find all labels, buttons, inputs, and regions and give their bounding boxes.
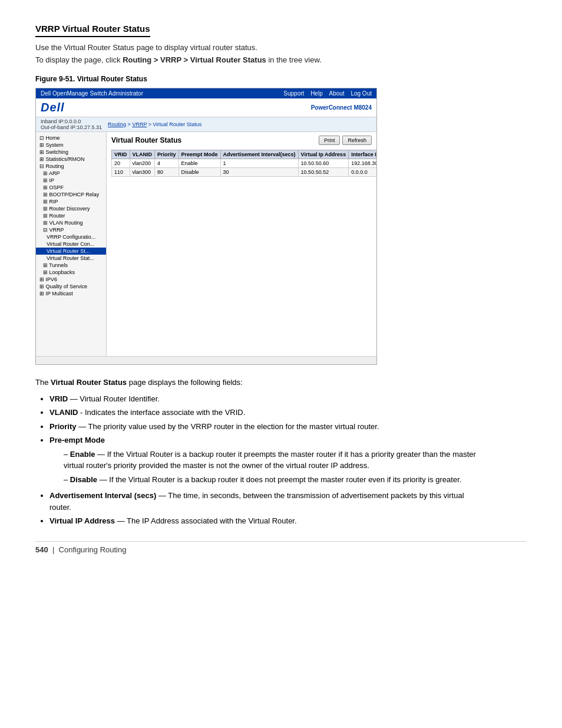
sidebar-item-vlan-routing[interactable]: ⊞ VLAN Routing: [36, 219, 106, 226]
logout-link[interactable]: Log Out: [351, 90, 372, 97]
preempt-disable: Disable — If the Virtual Router is a bac…: [64, 474, 483, 486]
table-cell-0-6: 192.168.30.15: [349, 159, 376, 168]
col-preempt: Preempt Mode: [178, 150, 220, 159]
sidebar-item-virtual-router-st[interactable]: Virtual Router St...: [36, 248, 106, 255]
col-vrid: VRID: [112, 150, 130, 159]
top-bar: Dell OpenManage Switch Administrator Sup…: [36, 88, 376, 98]
field-adv-interval: Advertisement Interval (secs) — The time…: [49, 490, 483, 513]
content-panel: Virtual Router Status Print Refresh VRID…: [107, 132, 376, 356]
help-link[interactable]: Help: [310, 90, 323, 97]
vrrp-table: VRID VLANID Priority Preempt Mode Advert…: [111, 150, 376, 177]
page-number: 540: [35, 545, 48, 554]
table-header-row: VRID VLANID Priority Preempt Mode Advert…: [112, 150, 377, 159]
table-cell-1-0: 110: [112, 168, 130, 177]
table-body: 20vlan2004Enable110.50.50.60192.168.30.1…: [112, 159, 377, 177]
sidebar-item-loopbacks[interactable]: ⊞ Loopbacks: [36, 269, 106, 276]
inband-ip: Inband IP:0.0.0.0: [41, 118, 102, 124]
table-row: 20vlan2004Enable110.50.50.60192.168.30.1…: [112, 159, 377, 168]
sidebar-item-virtual-router-stat[interactable]: Virtual Router Stat...: [36, 255, 106, 262]
main-area: ⊡ Home ⊞ System ⊞ Switching ⊞ Statistics…: [36, 132, 376, 356]
preempt-enable: Enable — If the Virtual Router is a back…: [64, 449, 483, 472]
sidebar-item-tunnels[interactable]: ⊞ Tunnels: [36, 262, 106, 269]
body-intro: The Virtual Router Status page displays …: [35, 377, 483, 388]
sidebar-item-vrrp-config[interactable]: VRRP Configuratio...: [36, 233, 106, 241]
table-cell-0-4: 1: [220, 159, 298, 168]
field-virtual-ip: Virtual IP Address — The IP Address asso…: [49, 515, 483, 527]
logo-bar: Dell PowerConnect M8024: [36, 98, 376, 117]
about-link[interactable]: About: [329, 90, 344, 97]
table-cell-1-5: 10.50.50.52: [298, 168, 349, 177]
outband-ip: Out-of-band IP:10.27.5.31: [41, 124, 102, 130]
sidebar-item-switching[interactable]: ⊞ Switching: [36, 149, 106, 156]
body-content: The Virtual Router Status page displays …: [35, 377, 483, 527]
sidebar-item-router-discovery[interactable]: ⊞ Router Discovery: [36, 205, 106, 212]
field-preempt: Pre-empt Mode Enable — If the Virtual Ro…: [49, 434, 483, 485]
breadcrumb-routing[interactable]: Routing: [108, 121, 126, 127]
info-bar: Inband IP:0.0.0.0 Out-of-band IP:10.27.5…: [36, 117, 376, 132]
sidebar-item-arp[interactable]: ⊞ ARP: [36, 170, 106, 177]
breadcrumb-vrrp[interactable]: VRRP: [132, 121, 147, 127]
sidebar-item-ospf[interactable]: ⊞ OSPF: [36, 184, 106, 191]
refresh-button[interactable]: Refresh: [342, 136, 372, 145]
table-row: 110vlan30080Disable3010.50.50.520.0.0.0F…: [112, 168, 377, 177]
app-title: Dell OpenManage Switch Administrator: [41, 90, 143, 97]
table-cell-0-2: 4: [155, 159, 179, 168]
powerconnect-text: PowerConnect M8024: [311, 104, 372, 111]
sidebar: ⊡ Home ⊞ System ⊞ Switching ⊞ Statistics…: [36, 132, 107, 356]
sidebar-item-home[interactable]: ⊡ Home: [36, 134, 106, 141]
sidebar-item-routing[interactable]: ⊟ Routing: [36, 163, 106, 170]
sidebar-item-multicast[interactable]: ⊞ IP Multicast: [36, 290, 106, 297]
sidebar-item-bootp[interactable]: ⊞ BOOTP/DHCP Relay: [36, 191, 106, 198]
footer: 540 | Configuring Routing: [35, 541, 527, 554]
col-priority: Priority: [155, 150, 179, 159]
breadcrumb-current: Virtual Router Status: [153, 121, 201, 127]
screenshot: Dell OpenManage Switch Administrator Sup…: [35, 88, 377, 365]
col-virtual-ip: Virtual Ip Address: [298, 150, 349, 159]
top-bar-links: Support Help About Log Out: [279, 90, 372, 97]
table-cell-0-3: Enable: [178, 159, 220, 168]
sidebar-item-vrrp[interactable]: ⊟ VRRP: [36, 226, 106, 233]
sidebar-item-rip[interactable]: ⊞ RIP: [36, 198, 106, 205]
col-vlanid: VLANID: [130, 150, 155, 159]
field-vlanid: VLANID - Indicates the interface associa…: [49, 407, 483, 419]
sidebar-item-virtual-router-con[interactable]: Virtual Router Con...: [36, 241, 106, 248]
sidebar-item-system[interactable]: ⊞ System: [36, 141, 106, 149]
support-link[interactable]: Support: [283, 90, 304, 97]
table-cell-0-0: 20: [112, 159, 130, 168]
fields-list: VRID — Virtual Router Identifier. VLANID…: [49, 393, 483, 527]
figure-label: Figure 9-51. Virtual Router Status: [35, 75, 527, 83]
footer-section: Configuring Routing: [59, 545, 127, 554]
intro2: To display the page, click Routing > VRR…: [35, 55, 527, 64]
breadcrumb: Routing > VRRP > Virtual Router Status: [108, 121, 201, 127]
sidebar-item-ipv6[interactable]: ⊞ IPV6: [36, 276, 106, 283]
sidebar-item-qos[interactable]: ⊞ Quality of Service: [36, 283, 106, 290]
field-priority: Priority — The priority value used by th…: [49, 421, 483, 433]
col-adv-interval: Advertisement Interval(secs): [220, 150, 298, 159]
intro1: Use the Virtual Router Status page to di…: [35, 43, 527, 52]
sidebar-item-router[interactable]: ⊞ Router: [36, 212, 106, 219]
table-cell-0-1: vlan200: [130, 159, 155, 168]
preempt-subitems: Enable — If the Virtual Router is a back…: [64, 449, 483, 486]
panel-buttons: Print Refresh: [319, 136, 372, 145]
sidebar-item-ip[interactable]: ⊞ IP: [36, 177, 106, 184]
sidebar-item-statistics[interactable]: ⊞ Statistics/RMON: [36, 156, 106, 163]
table-cell-1-3: Disable: [178, 168, 220, 177]
table-cell-1-1: vlan300: [130, 168, 155, 177]
table-cell-1-6: 0.0.0.0: [349, 168, 376, 177]
bottom-scrollbar[interactable]: [36, 356, 376, 364]
panel-title: Virtual Router Status: [111, 136, 181, 144]
table-cell-0-5: 10.50.50.60: [298, 159, 349, 168]
dell-logo: Dell: [41, 101, 65, 114]
print-button[interactable]: Print: [319, 136, 340, 145]
section-title: VRRP Virtual Router Status: [35, 24, 150, 37]
table-cell-1-2: 80: [155, 168, 179, 177]
ip-info: Inband IP:0.0.0.0 Out-of-band IP:10.27.5…: [41, 118, 102, 130]
panel-header: Virtual Router Status Print Refresh: [111, 136, 372, 145]
table-cell-1-4: 30: [220, 168, 298, 177]
col-interface-ip: Interface Ip Address: [349, 150, 376, 159]
field-vrid: VRID — Virtual Router Identifier.: [49, 393, 483, 405]
